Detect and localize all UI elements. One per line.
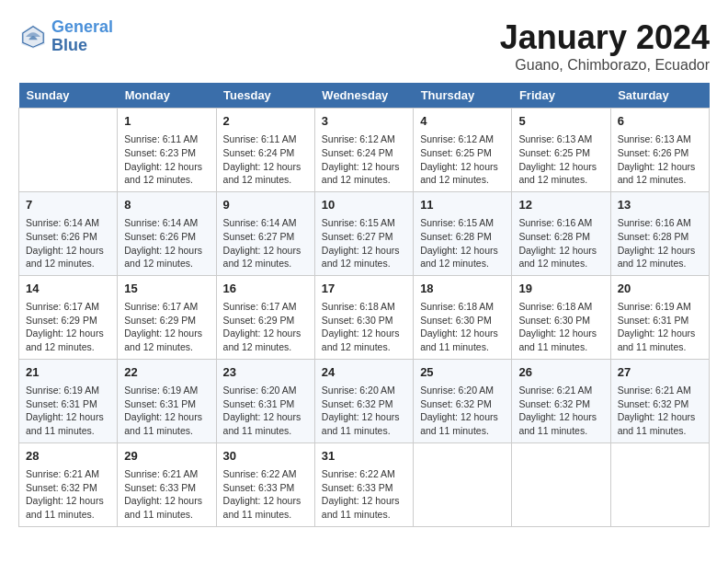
month-year: January 2024 xyxy=(500,18,710,57)
day-number: 14 xyxy=(26,281,110,297)
week-row-1: 1Sunrise: 6:11 AMSunset: 6:23 PMDaylight… xyxy=(19,109,710,192)
day-cell xyxy=(610,442,709,526)
page-header: General Blue January 2024 Guano, Chimbor… xyxy=(18,18,710,74)
header-cell-saturday: Saturday xyxy=(610,83,709,109)
day-info: Sunrise: 6:11 AMSunset: 6:23 PMDaylight:… xyxy=(124,132,209,187)
day-cell: 12Sunrise: 6:16 AMSunset: 6:28 PMDayligh… xyxy=(512,191,610,275)
day-number: 12 xyxy=(518,197,603,213)
day-info: Sunrise: 6:17 AMSunset: 6:29 PMDaylight:… xyxy=(223,300,308,354)
day-number: 22 xyxy=(124,364,209,381)
day-cell: 29Sunrise: 6:21 AMSunset: 6:33 PMDayligh… xyxy=(118,442,216,526)
header-cell-wednesday: Wednesday xyxy=(314,83,413,109)
day-info: Sunrise: 6:17 AMSunset: 6:29 PMDaylight:… xyxy=(26,300,110,354)
header-cell-monday: Monday xyxy=(118,83,216,109)
day-cell: 17Sunrise: 6:18 AMSunset: 6:30 PMDayligh… xyxy=(314,275,413,359)
day-info: Sunrise: 6:20 AMSunset: 6:32 PMDaylight:… xyxy=(322,384,406,438)
week-row-2: 7Sunrise: 6:14 AMSunset: 6:26 PMDaylight… xyxy=(19,191,710,275)
day-number: 13 xyxy=(618,197,702,213)
day-info: Sunrise: 6:18 AMSunset: 6:30 PMDaylight:… xyxy=(420,300,505,354)
day-cell: 10Sunrise: 6:15 AMSunset: 6:27 PMDayligh… xyxy=(314,191,413,275)
day-cell xyxy=(512,442,610,526)
day-number: 9 xyxy=(223,197,308,213)
day-number: 27 xyxy=(618,364,702,381)
location: Guano, Chimborazo, Ecuador xyxy=(500,57,710,74)
day-info: Sunrise: 6:12 AMSunset: 6:25 PMDaylight:… xyxy=(420,132,505,187)
day-cell: 14Sunrise: 6:17 AMSunset: 6:29 PMDayligh… xyxy=(19,275,118,359)
day-number: 4 xyxy=(420,113,505,130)
day-number: 18 xyxy=(420,281,505,297)
day-number: 17 xyxy=(322,281,406,297)
day-cell xyxy=(19,109,118,192)
day-info: Sunrise: 6:12 AMSunset: 6:24 PMDaylight:… xyxy=(322,132,406,187)
day-info: Sunrise: 6:13 AMSunset: 6:26 PMDaylight:… xyxy=(618,132,702,187)
day-number: 6 xyxy=(618,113,702,130)
day-number: 30 xyxy=(223,448,308,465)
day-cell: 26Sunrise: 6:21 AMSunset: 6:32 PMDayligh… xyxy=(512,359,610,442)
day-info: Sunrise: 6:13 AMSunset: 6:25 PMDaylight:… xyxy=(518,132,603,187)
day-cell: 6Sunrise: 6:13 AMSunset: 6:26 PMDaylight… xyxy=(610,109,709,192)
day-info: Sunrise: 6:21 AMSunset: 6:32 PMDaylight:… xyxy=(26,467,110,522)
day-info: Sunrise: 6:22 AMSunset: 6:33 PMDaylight:… xyxy=(223,467,308,522)
calendar-table: SundayMondayTuesdayWednesdayThursdayFrid… xyxy=(18,83,710,527)
day-info: Sunrise: 6:19 AMSunset: 6:31 PMDaylight:… xyxy=(618,300,702,354)
day-cell: 13Sunrise: 6:16 AMSunset: 6:28 PMDayligh… xyxy=(610,191,709,275)
day-cell: 24Sunrise: 6:20 AMSunset: 6:32 PMDayligh… xyxy=(314,359,413,442)
day-info: Sunrise: 6:14 AMSunset: 6:26 PMDaylight:… xyxy=(26,216,110,270)
day-cell: 30Sunrise: 6:22 AMSunset: 6:33 PMDayligh… xyxy=(216,442,314,526)
day-cell: 5Sunrise: 6:13 AMSunset: 6:25 PMDaylight… xyxy=(512,109,610,192)
header-cell-tuesday: Tuesday xyxy=(216,83,314,109)
day-number: 24 xyxy=(322,364,406,381)
day-cell: 25Sunrise: 6:20 AMSunset: 6:32 PMDayligh… xyxy=(414,359,512,442)
day-cell: 11Sunrise: 6:15 AMSunset: 6:28 PMDayligh… xyxy=(414,191,512,275)
day-cell: 2Sunrise: 6:11 AMSunset: 6:24 PMDaylight… xyxy=(216,109,314,192)
title-block: January 2024 Guano, Chimborazo, Ecuador xyxy=(500,18,710,74)
day-info: Sunrise: 6:14 AMSunset: 6:26 PMDaylight:… xyxy=(124,216,209,270)
day-info: Sunrise: 6:21 AMSunset: 6:32 PMDaylight:… xyxy=(618,384,702,438)
day-number: 16 xyxy=(223,281,308,297)
day-cell: 15Sunrise: 6:17 AMSunset: 6:29 PMDayligh… xyxy=(118,275,216,359)
day-number: 11 xyxy=(420,197,505,213)
header-cell-friday: Friday xyxy=(512,83,610,109)
day-number: 5 xyxy=(518,113,603,130)
day-number: 1 xyxy=(124,113,209,130)
day-cell: 9Sunrise: 6:14 AMSunset: 6:27 PMDaylight… xyxy=(216,191,314,275)
day-cell: 21Sunrise: 6:19 AMSunset: 6:31 PMDayligh… xyxy=(19,359,118,442)
day-info: Sunrise: 6:16 AMSunset: 6:28 PMDaylight:… xyxy=(618,216,702,270)
day-number: 2 xyxy=(223,113,308,130)
day-cell: 4Sunrise: 6:12 AMSunset: 6:25 PMDaylight… xyxy=(414,109,512,192)
day-number: 8 xyxy=(124,197,209,213)
day-cell: 31Sunrise: 6:22 AMSunset: 6:33 PMDayligh… xyxy=(314,442,413,526)
day-number: 3 xyxy=(322,113,406,130)
day-number: 7 xyxy=(26,197,110,213)
day-cell: 19Sunrise: 6:18 AMSunset: 6:30 PMDayligh… xyxy=(512,275,610,359)
day-info: Sunrise: 6:15 AMSunset: 6:27 PMDaylight:… xyxy=(322,216,406,270)
header-cell-thursday: Thursday xyxy=(414,83,512,109)
day-cell: 28Sunrise: 6:21 AMSunset: 6:32 PMDayligh… xyxy=(19,442,118,526)
header-cell-sunday: Sunday xyxy=(19,83,118,109)
header-row: SundayMondayTuesdayWednesdayThursdayFrid… xyxy=(19,83,710,109)
day-number: 25 xyxy=(420,364,505,381)
day-number: 15 xyxy=(124,281,209,297)
day-info: Sunrise: 6:11 AMSunset: 6:24 PMDaylight:… xyxy=(223,132,308,187)
logo-icon xyxy=(18,22,48,52)
day-number: 23 xyxy=(223,364,308,381)
day-info: Sunrise: 6:16 AMSunset: 6:28 PMDaylight:… xyxy=(518,216,603,270)
logo: General Blue xyxy=(18,18,113,55)
day-number: 21 xyxy=(26,364,110,381)
day-number: 26 xyxy=(518,364,603,381)
day-cell: 23Sunrise: 6:20 AMSunset: 6:31 PMDayligh… xyxy=(216,359,314,442)
day-number: 19 xyxy=(518,281,603,297)
day-cell: 7Sunrise: 6:14 AMSunset: 6:26 PMDaylight… xyxy=(19,191,118,275)
day-cell: 22Sunrise: 6:19 AMSunset: 6:31 PMDayligh… xyxy=(118,359,216,442)
week-row-3: 14Sunrise: 6:17 AMSunset: 6:29 PMDayligh… xyxy=(19,275,710,359)
logo-line1: General xyxy=(51,17,113,36)
day-cell: 27Sunrise: 6:21 AMSunset: 6:32 PMDayligh… xyxy=(610,359,709,442)
day-cell: 3Sunrise: 6:12 AMSunset: 6:24 PMDaylight… xyxy=(314,109,413,192)
day-info: Sunrise: 6:19 AMSunset: 6:31 PMDaylight:… xyxy=(124,384,209,438)
day-info: Sunrise: 6:20 AMSunset: 6:31 PMDaylight:… xyxy=(223,384,308,438)
day-number: 20 xyxy=(618,281,702,297)
day-cell: 18Sunrise: 6:18 AMSunset: 6:30 PMDayligh… xyxy=(414,275,512,359)
day-info: Sunrise: 6:18 AMSunset: 6:30 PMDaylight:… xyxy=(322,300,406,354)
logo-text: General Blue xyxy=(51,18,113,55)
day-number: 29 xyxy=(124,448,209,465)
